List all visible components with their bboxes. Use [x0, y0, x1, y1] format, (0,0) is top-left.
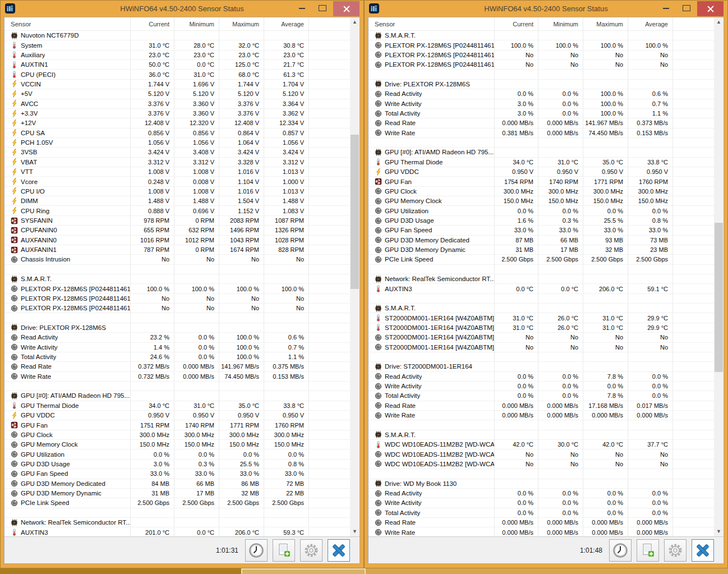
sensor-row[interactable]: CPU (PECI)36.0 °C31.0 °C68.0 °C61.3 °C [4, 70, 350, 79]
sensor-row[interactable]: GPU D3D Memory Dynamic31 MB17 MB32 MB23 … [368, 245, 714, 255]
close-sensors-button[interactable] [692, 539, 714, 562]
sensor-row[interactable]: GPU VDDC0.950 V0.950 V0.950 V0.950 V [368, 167, 714, 177]
sensor-row[interactable]: PLEXTOR PX-128M6S [P0244811461...NoNoNoN… [4, 304, 350, 313]
sensor-row[interactable]: PCH 1.05V1.056 V1.056 V1.064 V1.056 V [4, 138, 350, 148]
sensor-row[interactable]: GPU Thermal Diode34.0 °C31.0 °C35.0 °C33… [4, 401, 350, 411]
sensor-row[interactable]: GPU Memory Clock150.0 MHz150.0 MHz150.0 … [4, 440, 350, 449]
column-header-minimum[interactable]: Minimum [174, 17, 219, 31]
titlebar[interactable]: HWiNFO64 v4.50-2400 Sensor Status [1, 1, 363, 17]
sensor-row[interactable]: VBAT3.312 V3.312 V3.328 V3.312 V [4, 158, 350, 167]
sensor-row[interactable]: AVCC3.376 V3.360 V3.376 V3.364 V [4, 99, 350, 109]
sensor-row[interactable]: Write Rate0.000 MB/s0.000 MB/s0.000 MB/s… [368, 411, 714, 420]
sensor-row[interactable]: CPU I/O1.008 V1.008 V1.016 V1.013 V [4, 187, 350, 196]
sensor-row[interactable]: Vcore0.248 V0.008 V1.104 V1.000 V [4, 177, 350, 186]
column-header-average[interactable]: Average [264, 17, 309, 31]
section-header-row[interactable]: Drive: PLEXTOR PX-128M6S [368, 80, 714, 89]
sensor-row[interactable]: GPU Fan1754 RPM1740 RPM1771 RPM1760 RPM [368, 177, 714, 186]
sensor-row[interactable]: GPU Utilization0.0 %0.0 %0.0 %0.0 % [368, 206, 714, 215]
sensor-row[interactable]: GPU D3D Memory Dedicated84 MB66 MB86 MB7… [4, 479, 350, 489]
sensor-row[interactable]: Write Rate0.381 MB/s0.000 MB/s74.450 MB/… [368, 128, 714, 138]
background-window-titlebar[interactable] [241, 568, 366, 574]
sensor-row[interactable]: Write Activity0.0 %0.0 %0.0 %0.0 % [368, 382, 714, 391]
sensor-row[interactable]: +5V5.120 V5.120 V5.120 V5.120 V [4, 89, 350, 99]
sensor-row[interactable]: GPU Memory Clock150.0 MHz150.0 MHz150.0 … [368, 196, 714, 206]
column-header-maximum[interactable]: Maximum [219, 17, 264, 31]
minimize-button[interactable] [663, 8, 669, 9]
scrollbar-thumb[interactable] [715, 223, 723, 372]
sensor-row[interactable]: Write Activity0.0 %0.0 %0.0 %0.0 % [368, 498, 714, 508]
sensor-row[interactable]: GPU D3D Memory Dedicated87 MB66 MB93 MB7… [368, 236, 714, 245]
section-header-row[interactable]: Network: RealTek Semiconductor RT... [4, 518, 350, 527]
column-header-current[interactable]: Current [131, 17, 174, 31]
section-header-row[interactable]: Drive: PLEXTOR PX-128M6S [4, 323, 350, 333]
close-button[interactable] [697, 1, 724, 16]
sensor-row[interactable]: ST2000DM001-1ER164 [W4Z0ABTM]...NoNoNoNo [368, 333, 714, 342]
section-header-row[interactable]: GPU [#0]: ATI/AMD Radeon HD 795... [4, 391, 350, 401]
column-header-maximum[interactable]: Maximum [583, 17, 628, 31]
sensor-row[interactable]: Total Activity3.0 %0.0 %100.0 %1.1 % [368, 109, 714, 118]
sensor-row[interactable]: +12V12.408 V12.320 V12.408 V12.334 V [4, 118, 350, 128]
sensor-row[interactable]: Chassis IntrusionNoNoNoNo [4, 255, 350, 264]
sensor-row[interactable]: VTT1.008 V1.008 V1.016 V1.013 V [4, 167, 350, 177]
logging-clock-button[interactable] [609, 539, 632, 562]
column-header-sensor[interactable]: Sensor [4, 17, 131, 31]
sensor-row[interactable]: PCIe Link Speed2.500 Gbps2.500 Gbps2.500… [4, 498, 350, 508]
sensor-row[interactable]: GPU Thermal Diode34.0 °C31.0 °C35.0 °C33… [368, 158, 714, 167]
sensor-row[interactable]: WDC WD10EADS-11M2B2 [WD-WCA...42.0 °C30.… [368, 440, 714, 449]
sensor-row[interactable]: Read Rate0.000 MB/s0.000 MB/s141.967 MB/… [368, 118, 714, 128]
report-button[interactable] [273, 539, 295, 562]
sensor-row[interactable]: Read Rate0.000 MB/s0.000 MB/s17.168 MB/s… [368, 401, 714, 411]
maximize-button[interactable] [319, 5, 326, 11]
section-header-row[interactable]: GPU [#0]: ATI/AMD Radeon HD 795... [368, 148, 714, 157]
sensor-row[interactable]: GPU D3D Memory Dynamic31 MB17 MB32 MB22 … [4, 489, 350, 498]
section-header-row[interactable]: Drive: WD My Book 1130 [368, 479, 714, 489]
sensor-row[interactable]: PLEXTOR PX-128M6S [P0244811461...100.0 %… [4, 284, 350, 293]
settings-button[interactable] [664, 539, 686, 562]
column-header-minimum[interactable]: Minimum [538, 17, 583, 31]
sensor-row[interactable]: GPU D3D Usage3.0 %0.3 %25.5 %0.8 % [4, 460, 350, 469]
sensor-row[interactable]: CPU Ring0.888 V0.696 V1.152 V1.083 V [4, 206, 350, 215]
sensor-row[interactable]: GPU VDDC0.950 V0.950 V0.950 V0.950 V [4, 411, 350, 420]
logging-clock-button[interactable] [245, 539, 268, 562]
sensor-row[interactable]: Total Activity0.0 %0.0 %0.0 %0.0 % [368, 508, 714, 518]
sensor-row[interactable]: WDC WD10EADS-11M2B2 [WD-WCA...NoNoNoNo [368, 449, 714, 459]
sensor-row[interactable]: Read Rate0.000 MB/s0.000 MB/s0.000 MB/s0… [368, 518, 714, 527]
sensor-row[interactable]: GPU Fan1751 RPM1740 RPM1771 RPM1760 RPM [4, 420, 350, 430]
scroll-up-icon[interactable]: ▲ [714, 17, 724, 27]
vertical-scrollbar[interactable]: ▲ ▼ [714, 17, 724, 536]
sensor-row[interactable]: AUXFANIN1787 RPM0 RPM1674 RPM828 RPM [4, 245, 350, 255]
sensor-row[interactable]: GPU Utilization0.0 %0.0 %0.0 %0.0 % [4, 449, 350, 459]
sensor-row[interactable]: PLEXTOR PX-128M6S [P0244811461...NoNoNoN… [368, 60, 714, 70]
sensor-row[interactable]: SYSFANIN978 RPM0 RPM2083 RPM1087 RPM [4, 216, 350, 226]
sensor-row[interactable]: Write Activity1.4 %0.0 %100.0 %0.7 % [4, 343, 350, 352]
sensor-row[interactable]: ST2000DM001-1ER164 [W4Z0ABTM]...NoNoNoNo [368, 343, 714, 352]
sensor-row[interactable]: ST2000DM001-1ER164 [W4Z0ABTM]...31.0 °C2… [368, 323, 714, 333]
sensor-row[interactable]: WDC WD10EADS-11M2B2 [WD-WCA...NoNoNoNo [368, 460, 714, 469]
sensor-row[interactable]: VCCIN1.744 V1.696 V1.744 V1.704 V [4, 80, 350, 89]
sensor-row[interactable]: Write Rate0.732 MB/s0.000 MB/s74.450 MB/… [4, 372, 350, 382]
sensor-row[interactable]: 3VSB3.424 V3.408 V3.424 V3.424 V [4, 148, 350, 157]
section-header-row[interactable]: S.M.A.R.T. [368, 31, 714, 40]
scroll-up-icon[interactable]: ▲ [350, 17, 360, 27]
close-button[interactable] [333, 1, 360, 16]
sensor-row[interactable]: AUXTIN30.0 °C0.0 °C206.0 °C59.1 °C [368, 284, 714, 293]
sensor-row[interactable]: PLEXTOR PX-128M6S [P0244811461...NoNoNoN… [4, 294, 350, 304]
sensor-row[interactable]: Auxiliary23.0 °C23.0 °C23.0 °C23.0 °C [4, 50, 350, 60]
sensor-row[interactable]: PLEXTOR PX-128M6S [P0244811461...100.0 %… [368, 40, 714, 50]
sensor-row[interactable]: System31.0 °C28.0 °C32.0 °C30.8 °C [4, 40, 350, 50]
section-header-row[interactable]: Nuvoton NCT6779D [4, 31, 350, 40]
report-button[interactable] [637, 539, 659, 562]
sensor-row[interactable]: Read Rate0.372 MB/s0.000 MB/s141.967 MB/… [4, 362, 350, 371]
column-header-sensor[interactable]: Sensor [368, 17, 495, 31]
column-header-average[interactable]: Average [628, 17, 673, 31]
sensor-row[interactable]: CPUFANIN0655 RPM632 RPM1496 RPM1326 RPM [4, 226, 350, 235]
sensor-row[interactable]: DIMM1.488 V1.488 V1.504 V1.488 V [4, 196, 350, 206]
sensor-row[interactable]: AUXTIN150.0 °C0.0 °C125.0 °C21.7 °C [4, 60, 350, 70]
settings-button[interactable] [300, 539, 322, 562]
minimize-button[interactable] [299, 8, 305, 9]
sensor-row[interactable]: ST2000DM001-1ER164 [W4Z0ABTM]31.0 °C26.0… [368, 313, 714, 323]
sensor-row[interactable]: CPU SA0.856 V0.856 V0.864 V0.857 V [4, 128, 350, 138]
sensor-row[interactable]: +3.3V3.376 V3.360 V3.376 V3.362 V [4, 109, 350, 118]
sensor-row[interactable]: GPU Fan Speed33.0 %33.0 %33.0 %33.0 % [368, 226, 714, 235]
sensor-row[interactable]: Read Activity0.0 %0.0 %7.8 %0.0 % [368, 372, 714, 382]
